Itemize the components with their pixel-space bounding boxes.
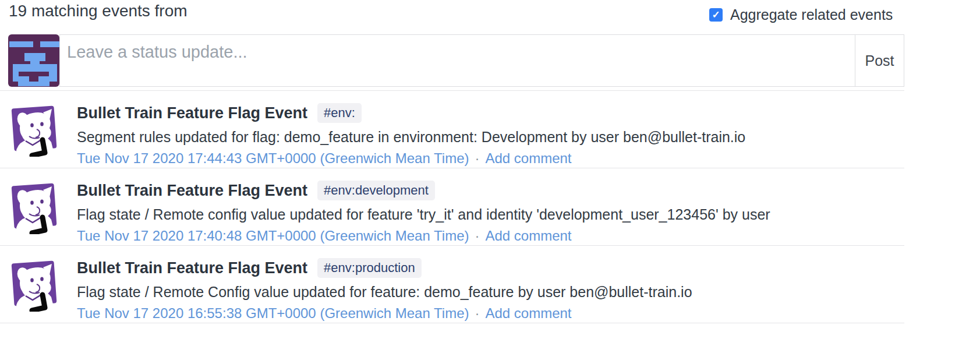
aggregate-checkbox-checked[interactable]: ✓ (709, 8, 723, 22)
event-timestamp-link[interactable]: Tue Nov 17 2020 17:40:48 GMT+0000 (Green… (77, 228, 469, 244)
datadog-dog-avatar (8, 100, 59, 157)
datadog-dog-avatar (8, 178, 59, 234)
event-list: Bullet Train Feature Flag Event #env: Se… (0, 90, 904, 323)
event-row: Bullet Train Feature Flag Event #env:pro… (0, 245, 904, 323)
status-update-input[interactable] (60, 35, 855, 86)
event-description: Segment rules updated for flag: demo_fea… (77, 129, 745, 146)
post-button[interactable]: Post (855, 35, 904, 86)
event-timestamp-link[interactable]: Tue Nov 17 2020 16:55:38 GMT+0000 (Green… (77, 305, 469, 322)
event-title: Bullet Train Feature Flag Event (77, 182, 307, 200)
dot-separator: · (475, 305, 479, 322)
add-comment-link[interactable]: Add comment (485, 305, 571, 322)
event-description: Flag state / Remote config value updated… (77, 206, 770, 223)
add-comment-link[interactable]: Add comment (485, 150, 571, 167)
env-tag-badge[interactable]: #env:development (317, 181, 435, 200)
status-update-box: Post (59, 34, 904, 87)
page-title: 19 matching events from (9, 2, 187, 20)
add-comment-link[interactable]: Add comment (485, 228, 571, 244)
aggregate-related-events-control: ✓ Aggregate related events (709, 6, 893, 23)
pixel-identicon-icon (8, 34, 59, 87)
event-timestamp-link[interactable]: Tue Nov 17 2020 17:44:43 GMT+0000 (Green… (77, 150, 469, 167)
event-title: Bullet Train Feature Flag Event (77, 104, 307, 122)
datadog-dog-avatar (8, 255, 59, 312)
env-tag-badge[interactable]: #env: (317, 103, 362, 123)
event-row: Bullet Train Feature Flag Event #env:dev… (0, 168, 904, 245)
event-row: Bullet Train Feature Flag Event #env: Se… (0, 90, 904, 168)
dot-separator: · (475, 228, 479, 244)
event-title: Bullet Train Feature Flag Event (77, 259, 307, 277)
user-identicon-avatar (8, 34, 59, 87)
datadog-dog-icon (8, 255, 59, 312)
checkmark-icon: ✓ (712, 9, 720, 21)
dot-separator: · (475, 150, 479, 167)
aggregate-checkbox-label[interactable]: Aggregate related events (730, 6, 893, 23)
status-composer: Post (8, 34, 904, 87)
datadog-dog-icon (8, 100, 59, 157)
event-description: Flag state / Remote Config value updated… (77, 284, 692, 301)
datadog-dog-icon (8, 178, 59, 234)
env-tag-badge[interactable]: #env:production (317, 258, 422, 278)
